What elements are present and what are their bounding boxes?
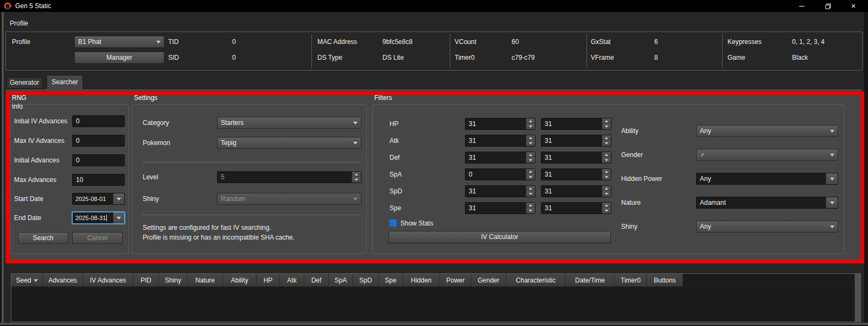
spin-buttons[interactable] — [352, 172, 361, 183]
spa-min-spinbox[interactable]: 0 — [465, 168, 535, 180]
chevron-down-icon[interactable] — [826, 173, 838, 184]
cancel-button[interactable]: Cancel — [72, 232, 123, 244]
shiny-setting-select[interactable]: Random — [217, 193, 361, 205]
chevron-down-icon — [830, 154, 834, 156]
spin-buttons — [526, 203, 535, 214]
def-min-spinbox[interactable]: 31 — [465, 152, 535, 164]
sid-label: SID — [168, 52, 179, 64]
hp-min-spinbox[interactable]: 31 — [465, 118, 535, 130]
shiny-setting-label: Shiny — [143, 193, 159, 205]
column-header-seed[interactable]: Seed — [11, 274, 43, 286]
level-label: Level — [143, 171, 158, 183]
column-header-spa[interactable]: SpA — [329, 274, 353, 286]
column-header-spd[interactable]: SpD — [353, 274, 379, 286]
spin-buttons — [602, 152, 611, 163]
column-header-hp[interactable]: HP — [257, 274, 280, 286]
menu-profile[interactable]: Profile — [5, 18, 33, 29]
window-frame-right — [864, 12, 868, 326]
column-header-timer0[interactable]: Timer0 — [615, 274, 647, 286]
show-stats-checkbox[interactable] — [390, 220, 397, 227]
chevron-down-icon — [353, 142, 358, 145]
end-date-input[interactable]: 2025-08-31 — [72, 212, 125, 224]
start-date-input[interactable]: 2025-08-01 — [72, 193, 125, 205]
def-label: Def — [390, 152, 400, 164]
column-header-buttons[interactable]: Buttons — [647, 274, 683, 286]
chevron-down-icon[interactable] — [826, 197, 838, 208]
search-button[interactable]: Search — [18, 232, 68, 244]
column-header-power[interactable]: Power — [440, 274, 471, 286]
vcount-label: VCount — [455, 36, 476, 48]
def-max-spinbox[interactable]: 31 — [541, 152, 611, 164]
spin-up-icon — [602, 135, 611, 141]
settings-note-2: Profile is missing or has an incompatibl… — [143, 233, 295, 242]
column-header-def[interactable]: Def — [304, 274, 329, 286]
initial-iv-advances-input[interactable]: 0 — [72, 115, 125, 127]
chevron-down-icon[interactable] — [113, 212, 124, 223]
spd-min-spinbox[interactable]: 31 — [465, 185, 535, 197]
spin-down-icon — [526, 141, 535, 146]
gender-select[interactable]: ♂ — [696, 149, 838, 161]
restore-button[interactable] — [819, 0, 837, 12]
max-advances-input[interactable]: 10 — [72, 174, 125, 186]
window-title: Gen 5 Static — [15, 0, 51, 12]
rng-info-group-title: RNG Info — [12, 93, 27, 102]
category-select[interactable]: Starters — [217, 117, 361, 129]
column-header-ability[interactable]: Ability — [223, 274, 257, 286]
vertical-scrollbar[interactable] — [854, 274, 860, 322]
column-header-shiny[interactable]: Shiny — [159, 274, 188, 286]
initial-advances-input[interactable]: 0 — [72, 154, 125, 166]
sort-descending-icon — [34, 279, 38, 284]
tid-label: TID — [168, 36, 178, 48]
nature-label: Nature — [621, 197, 641, 209]
pokemon-label: Pokemon — [143, 137, 170, 149]
iv-calculator-button[interactable]: IV Calculator — [388, 231, 611, 243]
atk-max-spinbox[interactable]: 31 — [541, 135, 611, 147]
spin-up-icon — [602, 186, 611, 191]
game-value: Black — [792, 52, 808, 64]
hp-max-spinbox[interactable]: 31 — [541, 118, 611, 130]
vframe-value: 8 — [654, 52, 658, 64]
profile-select[interactable]: B1 Phat — [74, 36, 164, 48]
ability-label: Ability — [621, 125, 639, 137]
chevron-down-icon — [156, 41, 161, 43]
spe-min-spinbox[interactable]: 31 — [465, 202, 535, 214]
column-header-atk[interactable]: Atk — [280, 274, 304, 286]
atk-min-spinbox[interactable]: 31 — [465, 135, 535, 147]
end-date-value: 2025-08-31 — [75, 215, 107, 221]
chevron-down-icon[interactable] — [113, 193, 124, 204]
column-header-advances[interactable]: Advances — [43, 274, 83, 286]
spa-max-spinbox[interactable]: 31 — [541, 168, 611, 180]
chevron-down-icon — [830, 130, 834, 133]
column-header-gender[interactable]: Gender — [471, 274, 506, 286]
manager-button[interactable]: Manager — [74, 52, 164, 64]
spd-label: SpD — [390, 185, 402, 197]
chevron-down-icon — [353, 122, 358, 124]
column-header-spe[interactable]: Spe — [379, 274, 403, 286]
hidden-power-select[interactable]: Any — [696, 173, 838, 185]
tab-generator[interactable]: Generator — [7, 77, 42, 89]
chevron-down-icon — [830, 225, 834, 228]
column-header-datetime[interactable]: Date/Time — [566, 274, 615, 286]
shiny-filter-select[interactable]: Any — [696, 221, 838, 233]
ability-select[interactable]: Any — [696, 125, 838, 137]
spd-max-spinbox[interactable]: 31 — [541, 185, 611, 197]
nature-select[interactable]: Adamant — [696, 197, 838, 209]
column-header-nature[interactable]: Nature — [188, 274, 223, 286]
mac-address-value: 9bfc5e8c8 — [382, 36, 412, 48]
max-advances-label: Max Advances — [14, 174, 56, 186]
column-header-characteristic[interactable]: Characteristic — [506, 274, 566, 286]
spe-max-spinbox[interactable]: 31 — [541, 202, 611, 214]
column-header-hidden[interactable]: Hidden — [403, 274, 440, 286]
column-header-iv-advances[interactable]: IV Advances — [83, 274, 133, 286]
pokemon-select[interactable]: Tepig — [217, 137, 361, 149]
keypresses-value: 0, 1, 2, 3, 4 — [792, 36, 825, 48]
column-header-pid[interactable]: PID — [133, 274, 159, 286]
minimize-button[interactable] — [793, 0, 810, 12]
divider — [142, 162, 361, 162]
max-iv-advances-input[interactable]: 0 — [72, 135, 125, 147]
spin-down-icon — [602, 191, 611, 197]
level-spinbox[interactable]: 5 — [217, 171, 361, 183]
close-button[interactable]: ✕ — [845, 0, 862, 12]
tab-searcher[interactable]: Searcher — [47, 75, 83, 89]
tid-value: 0 — [232, 36, 236, 48]
